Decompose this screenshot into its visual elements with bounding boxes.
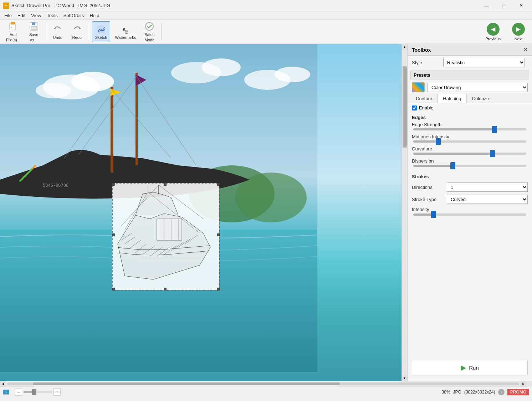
curvature-label: Curvature: [412, 146, 528, 151]
maximize-button[interactable]: □: [496, 0, 512, 11]
add-files-label: Add: [10, 32, 17, 37]
svg-rect-53: [164, 183, 167, 186]
page-icon: 1: [3, 390, 9, 395]
titlebar: ✏ Sketch Drawer Pro - PC World - IMG_205…: [0, 0, 532, 11]
promo-button[interactable]: PROMO: [507, 389, 529, 395]
add-files-button[interactable]: + Add File(s)...: [3, 21, 24, 42]
menu-file[interactable]: File: [1, 12, 15, 19]
sketch-button[interactable]: Sketch: [92, 21, 111, 42]
zoom-slider[interactable]: [24, 391, 52, 393]
zoom-out-button[interactable]: −: [15, 389, 22, 396]
info-button[interactable]: i: [498, 389, 505, 395]
preset-select[interactable]: Color Drawing: [428, 83, 528, 92]
dispersion-track[interactable]: [413, 165, 526, 167]
watermarks-label: Watermarks: [115, 35, 136, 40]
intensity-track[interactable]: [413, 214, 526, 216]
hscroll-right-button[interactable]: ►: [521, 381, 526, 387]
run-label: Run: [469, 365, 479, 371]
curvature-thumb[interactable]: [490, 150, 495, 157]
previous-button[interactable]: ◀ Previous: [481, 21, 505, 42]
svg-point-11: [145, 22, 153, 30]
menu-tools[interactable]: Tools: [44, 12, 60, 19]
curvature-track[interactable]: [413, 153, 526, 155]
nav-area: ◀ Previous ▶ Next: [481, 21, 529, 42]
style-label: Style: [412, 60, 440, 65]
hscroll-thumb[interactable]: [33, 382, 340, 385]
svg-rect-54: [217, 183, 220, 186]
zoom-in-button[interactable]: +: [53, 389, 61, 396]
run-icon: ▶: [461, 363, 466, 372]
stroke-type-select[interactable]: Curved Straight: [447, 195, 528, 204]
run-button[interactable]: ▶ Run: [412, 360, 528, 375]
window-title: Sketch Drawer Pro - PC World - IMG_2052.…: [11, 3, 110, 8]
hscroll-left-button[interactable]: ◄: [0, 381, 6, 387]
zoom-thumb[interactable]: [32, 389, 36, 395]
menu-view[interactable]: View: [28, 12, 44, 19]
preset-select-row: Color Drawing: [408, 81, 532, 94]
tab-hatching[interactable]: Hatching: [438, 94, 466, 103]
previous-icon: ◀: [487, 23, 500, 36]
style-select[interactable]: Realistic: [443, 58, 525, 67]
tab-contour[interactable]: Contour: [410, 94, 438, 103]
watermarks-icon: Aw: [121, 24, 131, 34]
svg-rect-23: [111, 87, 113, 173]
batch-mode-button[interactable]: Batch Mode: [140, 21, 158, 42]
horizontal-scrollbar[interactable]: ◄ ►: [0, 381, 526, 387]
presets-icon: [412, 82, 425, 92]
page-number: 1: [5, 390, 7, 394]
intensity-fill: [413, 214, 434, 216]
save-icon: [29, 21, 39, 31]
midtones-row: Midtones Intensity: [408, 133, 532, 145]
style-row: Style Realistic: [408, 56, 532, 69]
menu-help[interactable]: Help: [87, 12, 102, 19]
vscroll-track[interactable]: [402, 50, 407, 375]
svg-rect-48: [157, 219, 182, 240]
title-left: ✏ Sketch Drawer Pro - PC World - IMG_205…: [3, 2, 110, 9]
edge-strength-fill: [413, 128, 495, 130]
vscroll-down-button[interactable]: ▼: [402, 375, 408, 381]
directions-select[interactable]: 1 2 3: [447, 182, 528, 192]
toolbar-separator-1: [46, 23, 46, 41]
next-button[interactable]: ▶ Next: [508, 21, 529, 42]
vscroll-up-button[interactable]: ▲: [402, 44, 408, 50]
curvature-row: Curvature: [408, 145, 532, 158]
edge-strength-thumb[interactable]: [492, 126, 497, 133]
menubar: File Edit View Tools SoftOrbits Help: [0, 11, 532, 20]
vscroll-thumb[interactable]: [403, 66, 407, 148]
svg-marker-7: [78, 28, 81, 29]
dispersion-thumb[interactable]: [450, 162, 455, 169]
sketch-label: Sketch: [95, 35, 107, 40]
watermarks-button[interactable]: Aw Watermarks: [112, 21, 139, 42]
enable-label: Enable: [419, 105, 433, 110]
statusbar: 1 − + 38% JPG (3022x3022x24) i PROMO: [0, 387, 532, 397]
menu-softorbits[interactable]: SoftOrbits: [61, 12, 87, 19]
minimize-button[interactable]: —: [479, 0, 495, 11]
save-as-button[interactable]: Save as...: [25, 21, 43, 42]
edge-strength-track[interactable]: [413, 128, 526, 130]
svg-text:5846-00706: 5846-00706: [43, 183, 68, 188]
tab-colorize[interactable]: Colorize: [467, 94, 495, 103]
redo-button[interactable]: Redo: [68, 21, 86, 42]
midtones-label: Midtones Intensity: [412, 134, 528, 139]
svg-rect-55: [112, 233, 115, 236]
save-as-label: Save: [29, 32, 38, 37]
svg-rect-59: [217, 288, 220, 291]
file-format: JPG: [453, 390, 461, 395]
tabs: Contour Hatching Colorize: [408, 94, 532, 103]
midtones-thumb[interactable]: [436, 138, 441, 145]
close-button[interactable]: ✕: [513, 0, 529, 11]
canvas-area[interactable]: 5846-00706: [0, 44, 401, 381]
hscroll-track[interactable]: [7, 382, 519, 385]
undo-button[interactable]: Undo: [49, 21, 67, 42]
stroke-type-row: Stroke Type Curved Straight: [412, 195, 528, 204]
midtones-track[interactable]: [413, 140, 526, 143]
vertical-scrollbar[interactable]: ▲ ▼: [401, 44, 407, 381]
intensity-thumb[interactable]: [431, 211, 436, 218]
midtones-fill: [413, 140, 438, 143]
enable-checkbox[interactable]: [412, 106, 417, 110]
app-icon: ✏: [3, 2, 9, 9]
previous-label: Previous: [485, 37, 501, 41]
svg-point-14: [71, 72, 114, 92]
toolbox-close-button[interactable]: ✕: [523, 46, 528, 53]
menu-edit[interactable]: Edit: [15, 12, 28, 19]
